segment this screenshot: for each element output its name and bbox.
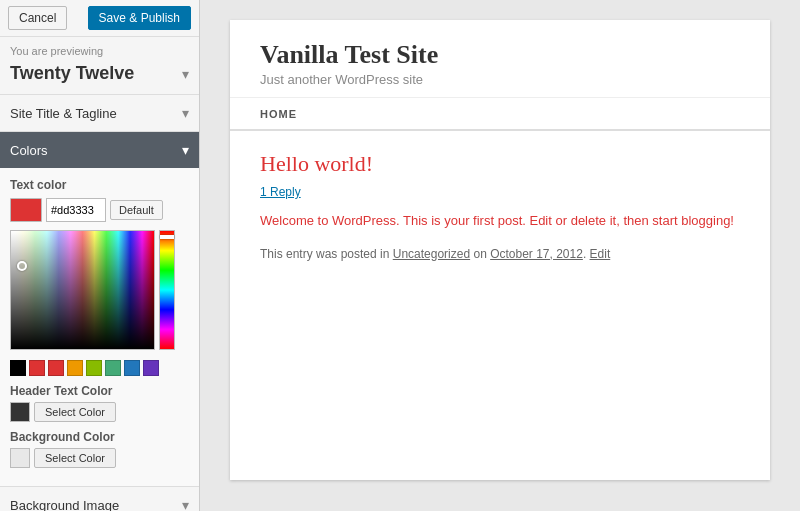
post-meta-category[interactable]: Uncategorized [393,247,470,261]
post-title[interactable]: Hello world! [260,151,740,177]
color-gradient[interactable] [10,230,155,350]
colors-chevron-icon: ▾ [182,142,189,158]
save-publish-button[interactable]: Save & Publish [88,6,191,30]
hue-slider[interactable] [159,230,175,350]
swatch-red1[interactable] [29,360,45,376]
swatch-teal[interactable] [105,360,121,376]
site-preview: Vanilla Test Site Just another WordPress… [230,20,770,480]
site-nav: HOME [230,98,770,131]
hue-handle [160,235,174,239]
color-picker-container [10,230,189,350]
default-color-button[interactable]: Default [110,200,163,220]
swatch-red2[interactable] [48,360,64,376]
site-title-label: Site Title & Tagline [10,106,117,121]
post-meta-date[interactable]: October 17, 2012 [490,247,583,261]
theme-name: Twenty Twelve [10,63,134,84]
colors-header[interactable]: Colors ▾ [0,132,199,168]
site-tagline: Just another WordPress site [260,72,740,87]
background-select-color-button[interactable]: Select Color [34,448,116,468]
theme-chevron-icon: ▾ [182,66,189,82]
sidebar: Cancel Save & Publish You are previewing… [0,0,200,511]
swatch-black[interactable] [10,360,26,376]
text-color-section: Text color Default [10,178,189,222]
text-color-label: Text color [10,178,189,192]
preview-label: You are previewing [0,37,199,59]
swatch-orange[interactable] [67,360,83,376]
background-color-swatch [10,448,30,468]
swatch-blue[interactable] [124,360,140,376]
nav-home[interactable]: HOME [260,108,297,120]
background-image-section: Background Image ▾ [0,487,199,511]
header-text-color-label: Header Text Color [10,384,189,398]
colors-content: Text color Default [0,168,199,486]
background-image-label: Background Image [10,498,119,512]
color-input-row: Default [10,198,189,222]
background-image-chevron-icon: ▾ [182,497,189,511]
site-header: Vanilla Test Site Just another WordPress… [230,20,770,98]
cancel-button[interactable]: Cancel [8,6,67,30]
hex-color-input[interactable] [46,198,106,222]
site-body: Hello world! 1 Reply Welcome to WordPres… [230,131,770,284]
background-color-label: Background Color [10,430,189,444]
background-image-header[interactable]: Background Image ▾ [0,487,199,511]
gradient-darken [11,231,154,349]
site-title: Vanilla Test Site [260,40,740,70]
site-title-section: Site Title & Tagline ▾ [0,95,199,132]
post-content: Welcome to WordPress. This is your first… [260,211,740,231]
post-meta-edit[interactable]: Edit [590,247,611,261]
post-meta-on: on [470,247,490,261]
header-select-color-button[interactable]: Select Color [34,402,116,422]
color-swatches [10,360,189,376]
swatch-purple[interactable] [143,360,159,376]
header-text-color-section: Header Text Color Select Color [10,384,189,422]
colors-section: Colors ▾ Text color Default [0,132,199,487]
main-content: Vanilla Test Site Just another WordPress… [200,0,800,511]
theme-section: Twenty Twelve ▾ [0,59,199,95]
post-reply-link[interactable]: 1 Reply [260,185,740,199]
colors-label: Colors [10,143,48,158]
current-color-swatch[interactable] [10,198,42,222]
swatch-green[interactable] [86,360,102,376]
top-bar: Cancel Save & Publish [0,0,199,37]
post-meta: This entry was posted in Uncategorized o… [260,245,740,264]
background-color-section: Background Color Select Color [10,430,189,468]
site-title-chevron-icon: ▾ [182,105,189,121]
header-color-swatch [10,402,30,422]
post-meta-prefix: This entry was posted in [260,247,393,261]
site-title-header[interactable]: Site Title & Tagline ▾ [0,95,199,131]
